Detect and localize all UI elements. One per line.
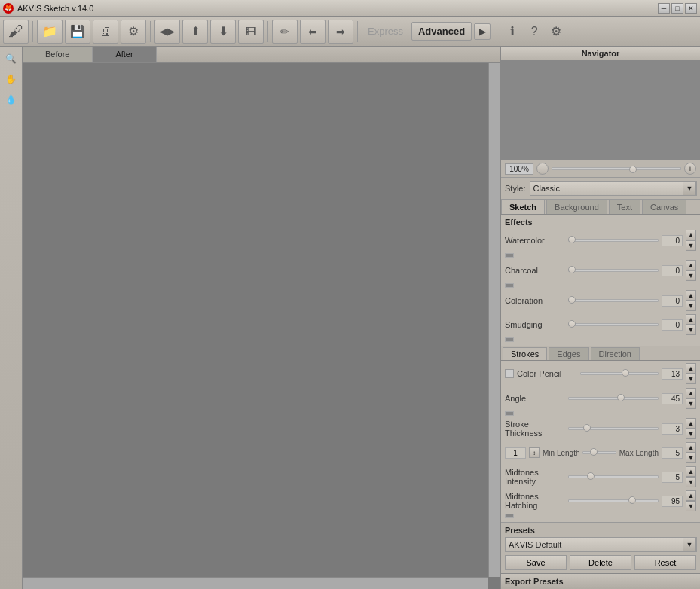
zoom-thumb[interactable] <box>629 166 637 173</box>
smudging-thumb[interactable] <box>568 320 576 328</box>
charcoal-track <box>568 269 659 272</box>
eyedropper-tool[interactable]: 💧 <box>3 91 20 108</box>
coloration-value: 0 <box>662 295 683 307</box>
maximize-button[interactable]: □ <box>671 3 683 14</box>
stroke-thickness-thumb[interactable] <box>583 424 591 432</box>
navigator-preview[interactable] <box>501 61 700 160</box>
zoom-slider[interactable] <box>552 167 681 170</box>
angle-inc-up[interactable]: ▲ <box>686 388 696 398</box>
watercolor-inc-down[interactable]: ▼ <box>686 240 696 251</box>
upload-button[interactable]: ⬆ <box>182 20 208 44</box>
color-pencil-checkbox[interactable] <box>505 369 514 378</box>
hand-tool[interactable]: ✋ <box>3 71 20 87</box>
left-panel: 🔍 ✋ 💧 <box>0 47 23 589</box>
midtones-intensity-thumb[interactable] <box>587 472 595 480</box>
tab-after[interactable]: After <box>93 47 156 62</box>
before-after-button[interactable]: ◀▶ <box>154 20 180 44</box>
download-button[interactable]: ⬇ <box>210 20 236 44</box>
arrow-left-button[interactable]: ⬅ <box>300 20 326 44</box>
smudging-slider[interactable] <box>568 319 659 330</box>
midtones-color-swatch <box>505 514 514 518</box>
delete-preset-button[interactable]: Delete <box>570 555 631 570</box>
zoom-out-button[interactable]: − <box>536 163 549 175</box>
save-button[interactable]: 💾 <box>65 20 90 44</box>
close-button[interactable]: ✕ <box>685 3 697 14</box>
presets-select[interactable]: AKVIS Default <box>505 537 697 552</box>
info-button[interactable]: ℹ <box>503 22 522 41</box>
color-pencil-inc-up[interactable]: ▲ <box>686 363 696 374</box>
midtones-hatching-slider[interactable] <box>568 496 659 506</box>
color-pencil-slider[interactable] <box>580 368 659 379</box>
film-button[interactable]: 🎞 <box>238 20 264 44</box>
save-preset-button[interactable]: Save <box>505 555 567 570</box>
help-button[interactable]: ? <box>524 22 544 41</box>
play-button[interactable]: ▶ <box>474 23 491 40</box>
midtones-hatching-inc-down[interactable]: ▼ <box>686 501 696 511</box>
min-length-spinner[interactable]: ↕ <box>529 447 540 458</box>
angle-inc-down[interactable]: ▼ <box>686 398 696 409</box>
zoom-tool[interactable]: 🔍 <box>3 50 20 67</box>
tab-text[interactable]: Text <box>609 200 640 214</box>
charcoal-thumb[interactable] <box>568 266 576 273</box>
express-button[interactable]: Express <box>362 23 409 40</box>
stroke-thickness-slider[interactable] <box>568 423 659 434</box>
tab-before[interactable]: Before <box>23 47 93 62</box>
coloration-thumb[interactable] <box>568 296 576 304</box>
tab-canvas[interactable]: Canvas <box>642 200 686 214</box>
arrow-right-button[interactable]: ➡ <box>328 20 353 44</box>
minimize-button[interactable]: ─ <box>658 3 670 14</box>
midtones-intensity-slider[interactable] <box>568 472 659 482</box>
settings-button[interactable]: ⚙ <box>121 20 146 44</box>
effect-tabs: Sketch Background Text Canvas <box>501 200 700 215</box>
advanced-button[interactable]: Advanced <box>411 22 472 41</box>
coloration-inc-down[interactable]: ▼ <box>686 301 696 311</box>
midtones-intensity-inc-up[interactable]: ▲ <box>686 466 696 477</box>
color-pencil-thumb[interactable] <box>622 369 629 377</box>
open-button[interactable]: 📁 <box>37 20 63 44</box>
tab-edges[interactable]: Edges <box>549 347 588 360</box>
max-length-inc-up[interactable]: ▲ <box>686 442 696 453</box>
stroke-thickness-inc-up[interactable]: ▲ <box>686 418 696 429</box>
tab-sketch[interactable]: Sketch <box>501 200 545 214</box>
min-length-input[interactable] <box>505 447 526 459</box>
pencil-button[interactable]: ✏ <box>272 20 298 44</box>
minmax-thumb[interactable] <box>590 448 598 456</box>
navigator-zoom-bar: 100% − + <box>501 160 700 178</box>
charcoal-value: 0 <box>662 265 683 276</box>
tab-strokes[interactable]: Strokes <box>503 347 547 360</box>
reset-preset-button[interactable]: Reset <box>634 555 696 570</box>
smudging-inc-up[interactable]: ▲ <box>686 314 696 325</box>
zoom-in-button[interactable]: + <box>684 163 696 175</box>
brush-tool-button[interactable]: 🖌 <box>3 20 29 44</box>
watercolor-slider[interactable] <box>568 235 659 246</box>
watercolor-inc-up[interactable]: ▲ <box>686 230 696 240</box>
canvas-viewport[interactable] <box>23 63 500 589</box>
smudging-inc-down[interactable]: ▼ <box>686 325 696 335</box>
midtones-hatching-inc-up[interactable]: ▲ <box>686 490 696 501</box>
vertical-scrollbar[interactable] <box>488 63 500 577</box>
charcoal-inc-up[interactable]: ▲ <box>686 260 696 270</box>
print-button[interactable]: 🖨 <box>93 20 118 44</box>
angle-slider[interactable] <box>568 393 659 404</box>
charcoal-inc-down[interactable]: ▼ <box>686 270 696 281</box>
window-controls[interactable]: ─ □ ✕ <box>658 3 697 14</box>
tab-background[interactable]: Background <box>546 200 607 214</box>
style-select[interactable]: Classic <box>530 181 697 196</box>
horizontal-scrollbar[interactable] <box>23 577 488 589</box>
midtones-hatching-thumb[interactable] <box>628 496 636 504</box>
coloration-slider[interactable] <box>568 295 659 306</box>
watercolor-thumb[interactable] <box>568 236 576 243</box>
max-length-inc-down[interactable]: ▼ <box>686 453 696 463</box>
toolbar-separator-4 <box>357 21 358 42</box>
charcoal-slider[interactable] <box>568 265 659 276</box>
stroke-thickness-track <box>568 427 659 430</box>
minmax-slider[interactable] <box>582 447 616 458</box>
coloration-inc-up[interactable]: ▲ <box>686 290 696 301</box>
stroke-thickness-inc-down[interactable]: ▼ <box>686 429 696 439</box>
midtones-intensity-inc-down[interactable]: ▼ <box>686 477 696 487</box>
coloration-row: Coloration 0 ▲ ▼ <box>501 288 700 313</box>
color-pencil-inc-down[interactable]: ▼ <box>686 374 696 384</box>
angle-thumb[interactable] <box>617 394 625 401</box>
tab-direction[interactable]: Direction <box>591 347 640 360</box>
config-button[interactable]: ⚙ <box>546 22 566 41</box>
